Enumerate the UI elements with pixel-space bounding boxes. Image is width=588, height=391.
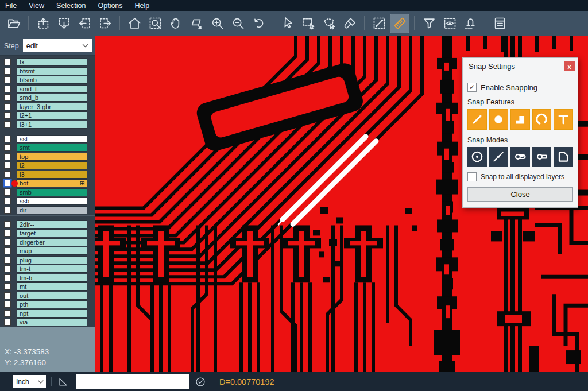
layer-bar[interactable]: l3+1 [17,121,87,129]
select-rect-button[interactable] [299,14,318,33]
layer-bar[interactable]: tm-t [17,265,87,273]
layer-visibility-checkbox[interactable] [4,247,11,254]
open-folder-button[interactable] [4,14,24,33]
layer-bar[interactable]: mt [17,282,87,291]
menu-options[interactable]: Options [98,2,122,10]
snap-corner-button[interactable] [554,147,573,167]
checkbox-checked[interactable]: ✓ [467,83,477,92]
menu-selection[interactable]: Selection [56,2,86,10]
snap-button[interactable] [461,14,480,33]
layer-visibility-checkbox[interactable] [4,76,11,83]
layer-visibility-checkbox[interactable] [4,136,11,142]
layer-visibility-checkbox[interactable] [4,292,11,299]
layer-bar[interactable]: ssb [17,197,87,205]
select-cursor-button[interactable] [278,14,297,33]
layer-visibility-checkbox[interactable] [4,198,11,204]
snap-center-button[interactable] [467,147,487,167]
layer-bar[interactable]: smt [17,144,87,152]
layer-bar[interactable]: via [17,318,87,326]
step-select[interactable]: edit [23,39,92,52]
layer-bar[interactable]: dir [17,206,87,214]
dialog-close-button[interactable]: x [564,61,575,71]
snap-text-button[interactable] [554,109,573,130]
layer-visibility-checkbox[interactable] [4,239,11,246]
layer-visibility-checkbox[interactable] [4,283,11,290]
ruler-button[interactable] [390,14,409,33]
snap-slot-button[interactable] [532,147,552,167]
layer-visibility-checkbox[interactable] [4,301,11,308]
layer-visibility-checkbox[interactable] [4,180,11,187]
panel-right-button[interactable] [95,14,115,33]
layer-visibility-checkbox[interactable] [4,112,11,119]
layer-visibility-checkbox[interactable] [4,257,11,264]
layer-visibility-checkbox[interactable] [4,319,11,326]
layer-visibility-checkbox[interactable] [4,207,11,214]
menu-file[interactable]: File [5,2,17,10]
layer-visibility-checkbox[interactable] [4,153,11,160]
pan-view-button[interactable] [187,14,206,33]
select-poly-button[interactable] [319,14,339,33]
checkbox-unchecked[interactable] [467,172,477,181]
layer-visibility-checkbox[interactable] [4,189,11,196]
snap-surface-button[interactable] [510,109,530,130]
home-button[interactable] [125,14,144,33]
layer-bar[interactable]: smd_b [17,94,87,102]
snap-arc-button[interactable] [532,109,552,130]
layer-bar[interactable]: tm-b [17,274,87,282]
filter-button[interactable] [419,14,439,33]
layer-visibility-checkbox[interactable] [4,68,11,75]
enable-snapping-checkbox[interactable]: ✓ Enable Snapping [467,83,573,92]
layer-visibility-checkbox[interactable] [4,86,11,92]
layer-visibility-checkbox[interactable] [4,162,11,169]
layer-visibility-checkbox[interactable] [4,265,11,272]
zoom-in-button[interactable] [207,14,227,33]
snap-pad-button[interactable] [489,109,509,130]
layer-bar[interactable]: l3 [17,171,87,179]
layer-visibility-checkbox[interactable] [4,121,11,128]
snap-midpoint-button[interactable] [489,147,509,167]
report-button[interactable] [490,14,509,33]
layer-visibility-checkbox[interactable] [4,59,11,65]
menu-view[interactable]: View [29,2,44,10]
layer-bar[interactable]: pth [17,300,87,308]
layer-visibility-checkbox[interactable] [4,274,11,281]
zoom-out-button[interactable] [228,14,247,33]
layer-visibility-checkbox[interactable] [4,171,11,178]
layer-visibility-checkbox[interactable] [4,221,11,228]
layer-bar[interactable]: sst [17,135,87,143]
layer-bar[interactable]: fx [17,58,87,66]
layer-bar[interactable]: bfsmb [17,76,87,84]
layer-bar[interactable]: layer_3.gbr [17,103,87,111]
panel-down-button[interactable] [54,14,74,33]
layer-visibility-checkbox[interactable] [4,103,11,110]
layer-bar[interactable]: out [17,292,87,300]
close-button[interactable]: Close [467,187,573,202]
pcb-canvas[interactable]: Snap Settings x ✓ Enable Snapping Snap F… [95,36,588,372]
snap-slot-end-button[interactable] [510,147,530,167]
layer-bar[interactable]: smb [17,188,87,196]
layer-visibility-checkbox[interactable] [4,94,11,101]
layer-bar[interactable]: plug [17,256,87,264]
view-box-button[interactable] [440,14,459,33]
menu-help[interactable]: Help [135,2,150,10]
panel-left-button[interactable] [75,14,94,33]
brush-button[interactable] [340,14,359,33]
layer-visibility-checkbox[interactable] [4,144,11,151]
layer-bar[interactable]: 2dir-- [17,220,87,229]
measure-line-button[interactable] [369,14,389,33]
layer-visibility-checkbox[interactable] [4,230,11,237]
layer-bar[interactable]: l2 [17,161,87,169]
layer-bar[interactable]: bot⊞ [17,179,87,187]
layer-bar[interactable]: target [17,229,87,237]
snap-all-layers-checkbox[interactable]: Snap to all displayed layers [467,172,573,181]
layer-bar[interactable]: npt [17,309,87,318]
layer-bar[interactable]: top [17,153,87,161]
layer-visibility-checkbox[interactable] [4,310,11,317]
zoom-previous-button[interactable] [249,14,268,33]
layer-bar[interactable]: map [17,247,87,255]
corner-angle-icon[interactable] [57,375,69,388]
layer-bar[interactable]: dirgerber [17,238,87,246]
measure-input[interactable] [76,374,189,389]
snap-line-button[interactable] [467,109,487,130]
layer-bar[interactable]: l2+1 [17,111,87,119]
